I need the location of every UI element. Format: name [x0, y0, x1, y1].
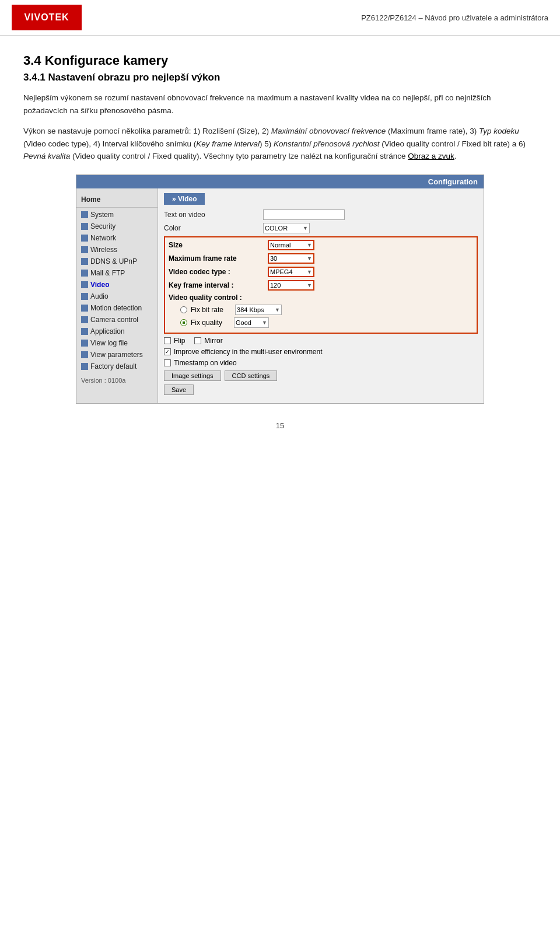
- size-select-arrow: ▼: [307, 242, 312, 248]
- improve-checkbox[interactable]: [164, 348, 171, 355]
- video-codec-arrow: ▼: [307, 269, 312, 275]
- color-select[interactable]: COLOR ▼: [263, 223, 310, 233]
- sidebar-label-motion: Motion detection: [90, 304, 142, 312]
- sidebar-item-wireless[interactable]: Wireless: [76, 244, 158, 256]
- sidebar-label-wireless: Wireless: [90, 246, 117, 254]
- video-codec-select[interactable]: MPEG4 ▼: [268, 267, 314, 277]
- sidebar-label-camera: Camera control: [90, 316, 138, 324]
- para2-italic3: Key frame interval: [196, 139, 260, 148]
- sidebar-item-network[interactable]: Network: [76, 232, 158, 244]
- fix-quality-value: Good: [236, 319, 251, 326]
- sidebar-item-security[interactable]: Security: [76, 221, 158, 232]
- arrow-icon-params: [81, 351, 88, 358]
- paragraph2-link[interactable]: Obraz a zvuk: [408, 152, 454, 160]
- section-title: 3.4 Konfigurace kamery: [23, 53, 537, 68]
- settings-button-row: Image settings CCD settings: [164, 370, 478, 381]
- para2-mid5: (Video quality control / Fixed quality).…: [70, 152, 408, 160]
- arrow-icon-video: [81, 281, 88, 288]
- sidebar-item-video[interactable]: Video: [76, 279, 158, 291]
- sidebar-item-motion[interactable]: Motion detection: [76, 302, 158, 314]
- flip-checkbox[interactable]: [164, 337, 171, 344]
- form-row-text-on-video: Text on video: [164, 209, 478, 220]
- radio-fix-quality-label: Fix quality: [191, 319, 222, 327]
- panel-tab[interactable]: » Video: [164, 193, 205, 205]
- improve-row: Improve efficiency in the multi-user env…: [164, 348, 478, 356]
- sidebar-item-application[interactable]: Application: [76, 326, 158, 337]
- config-body: Home System Security Network Wireless: [76, 188, 484, 403]
- radio-fix-quality[interactable]: [180, 319, 187, 326]
- config-header-label: Configuration: [428, 177, 478, 186]
- highlight-section: Size Normal ▼ Maximum frame rate 30 ▼: [164, 236, 478, 334]
- fix-bit-rate-value: 384 Kbps: [237, 306, 264, 313]
- radio-fix-bit-label: Fix bit rate: [191, 306, 223, 314]
- fix-bit-rate-arrow: ▼: [275, 307, 280, 313]
- main-content: 3.4 Konfigurace kamery 3.4.1 Nastavení o…: [0, 36, 560, 453]
- sidebar-item-ddns[interactable]: DDNS & UPnP: [76, 256, 158, 267]
- radio-fix-bit[interactable]: [180, 306, 187, 313]
- key-frame-label: Key frame interval :: [169, 281, 268, 289]
- para2-mid3: ) 5): [260, 139, 274, 148]
- sidebar-item-params[interactable]: View parameters: [76, 349, 158, 361]
- video-codec-label: Video codec type :: [169, 268, 268, 276]
- arrow-icon-camera: [81, 316, 88, 323]
- size-select-value: Normal: [270, 242, 290, 249]
- ccd-settings-button[interactable]: CCD settings: [225, 370, 278, 381]
- sidebar-item-system[interactable]: System: [76, 209, 158, 221]
- sidebar-label-ddns: DDNS & UPnP: [90, 257, 137, 265]
- form-row-video-codec: Video codec type : MPEG4 ▼: [169, 267, 473, 277]
- fix-quality-select[interactable]: Good ▼: [234, 317, 269, 328]
- logo-text: VIVOTEK: [24, 12, 69, 23]
- para2-italic5: Pevná kvalita: [23, 152, 70, 160]
- improve-label: Improve efficiency in the multi-user env…: [174, 348, 323, 356]
- para2-mid1: (Maximum frame rate), 3): [386, 127, 479, 135]
- form-row-key-frame: Key frame interval : 120 ▼: [169, 280, 473, 291]
- sidebar-item-camera[interactable]: Camera control: [76, 314, 158, 326]
- timestamp-checkbox[interactable]: [164, 359, 171, 366]
- para2-end: .: [454, 152, 457, 160]
- mirror-checkbox[interactable]: [194, 337, 201, 344]
- sidebar-label-system: System: [90, 211, 114, 219]
- section-subtitle: 3.4.1 Nastavení obrazu pro nejlepší výko…: [23, 72, 537, 83]
- text-on-video-input[interactable]: [263, 209, 345, 220]
- key-frame-select[interactable]: 120 ▼: [268, 280, 314, 291]
- sidebar-label-log: View log file: [90, 339, 128, 347]
- fix-bit-rate-select[interactable]: 384 Kbps ▼: [235, 305, 282, 315]
- timestamp-row: Timestamp on video: [164, 359, 478, 367]
- image-settings-button[interactable]: Image settings: [164, 370, 221, 381]
- arrow-icon-wireless: [81, 246, 88, 253]
- max-frame-rate-select[interactable]: 30 ▼: [268, 253, 314, 264]
- form-row-size: Size Normal ▼: [169, 240, 473, 250]
- config-sidebar: Home System Security Network Wireless: [76, 188, 158, 403]
- sidebar-label-application: Application: [90, 327, 125, 335]
- max-frame-rate-arrow: ▼: [307, 256, 312, 261]
- text-on-video-label: Text on video: [164, 211, 263, 219]
- sidebar-home[interactable]: Home: [76, 193, 158, 206]
- sidebar-item-log[interactable]: View log file: [76, 337, 158, 349]
- color-label: Color: [164, 224, 263, 232]
- arrow-icon-motion: [81, 305, 88, 312]
- para2-italic2: Typ kodeku: [479, 127, 519, 135]
- sidebar-item-factory[interactable]: Factory default: [76, 361, 158, 372]
- size-label: Size: [169, 241, 268, 249]
- flip-mirror-row: Flip Mirror: [164, 337, 478, 345]
- size-select[interactable]: Normal ▼: [268, 240, 314, 250]
- video-quality-label: Video quality control :: [169, 293, 268, 302]
- mirror-label: Mirror: [204, 337, 222, 345]
- page-header: VIVOTEK PZ6122/PZ6124 – Návod pro uživat…: [0, 0, 560, 36]
- header-title: PZ6122/PZ6124 – Návod pro uživatele a ad…: [361, 13, 548, 22]
- form-row-color: Color COLOR ▼: [164, 223, 478, 233]
- para2-mid4: (Video quality control / Fixed bit rate)…: [380, 139, 526, 148]
- color-select-value: COLOR: [265, 225, 288, 232]
- sidebar-label-params: View parameters: [90, 351, 143, 359]
- arrow-icon-ddns: [81, 258, 88, 265]
- sidebar-label-security: Security: [90, 222, 116, 230]
- arrow-icon-application: [81, 328, 88, 335]
- save-button[interactable]: Save: [164, 384, 194, 395]
- key-frame-arrow: ▼: [307, 282, 312, 288]
- version-text: Version : 0100a: [76, 377, 158, 384]
- paragraph-1: Nejlepším výkonem se rozumí nastavení ob…: [23, 92, 537, 117]
- arrow-icon-network: [81, 235, 88, 242]
- sidebar-label-network: Network: [90, 234, 116, 242]
- sidebar-item-audio[interactable]: Audio: [76, 291, 158, 302]
- sidebar-item-mail[interactable]: Mail & FTP: [76, 267, 158, 279]
